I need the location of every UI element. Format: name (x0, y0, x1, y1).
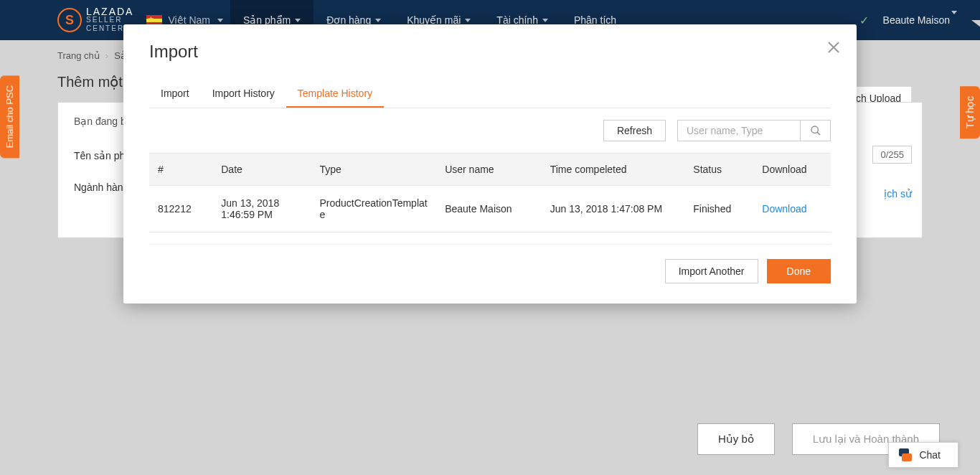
download-link[interactable]: Download (762, 203, 806, 215)
search-wrap (677, 120, 831, 141)
history-table: # Date Type User name Time compeleted St… (149, 153, 831, 232)
import-modal: Import Import Import History Template Hi… (123, 24, 857, 304)
done-button[interactable]: Done (767, 259, 831, 283)
refresh-button[interactable]: Refresh (603, 120, 666, 141)
search-button[interactable] (800, 121, 830, 141)
cell-user: Beaute Maison (436, 186, 542, 232)
modal-overlay: Import Import Import History Template Hi… (0, 0, 980, 475)
controls-row: Refresh (149, 108, 831, 153)
import-another-button[interactable]: Import Another (665, 259, 758, 283)
col-status: Status (684, 154, 753, 186)
cell-date: Jun 13, 2018 1:46:59 PM (212, 186, 311, 232)
cell-completed: Jun 13, 2018 1:47:08 PM (542, 186, 685, 232)
search-icon (810, 125, 821, 136)
close-icon[interactable] (826, 40, 841, 55)
cell-status: Finished (684, 186, 753, 232)
table-header-row: # Date Type User name Time compeleted St… (149, 154, 831, 186)
col-date: Date (212, 154, 311, 186)
table-row: 812212 Jun 13, 2018 1:46:59 PM ProductCr… (149, 186, 831, 232)
modal-title: Import (149, 42, 831, 62)
svg-line-1 (817, 132, 820, 135)
tab-import-history[interactable]: Import History (201, 80, 286, 108)
separator (149, 244, 831, 245)
cell-id: 812212 (149, 186, 212, 232)
modal-footer: Import Another Done (149, 259, 831, 283)
tab-import[interactable]: Import (149, 80, 201, 108)
tab-template-history[interactable]: Template History (286, 80, 384, 108)
col-id: # (149, 154, 212, 186)
col-download: Download (753, 154, 831, 186)
svg-point-0 (811, 126, 818, 133)
modal-tabs: Import Import History Template History (149, 80, 831, 108)
col-completed: Time compeleted (542, 154, 685, 186)
search-input[interactable] (678, 121, 800, 141)
col-type: Type (311, 154, 436, 186)
col-user: User name (436, 154, 542, 186)
cell-type: ProductCreationTemplate (311, 186, 436, 232)
